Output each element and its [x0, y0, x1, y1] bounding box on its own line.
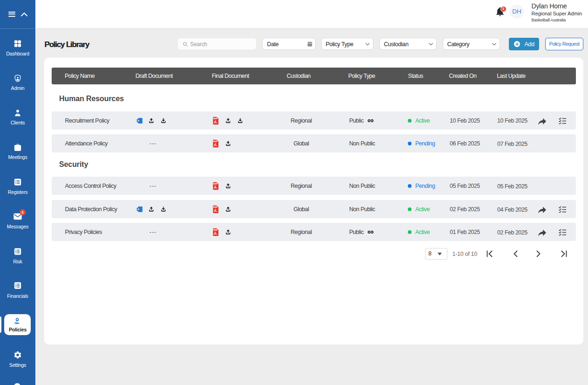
svg-text:W: W [137, 120, 140, 122]
svg-text:PDF: PDF [214, 117, 216, 119]
svg-text:W: W [137, 208, 140, 211]
svg-text:PDF: PDF [214, 206, 216, 208]
svg-text:PDF: PDF [214, 140, 216, 142]
svg-text:PDF: PDF [214, 229, 216, 231]
svg-text:PDF: PDF [214, 183, 216, 185]
